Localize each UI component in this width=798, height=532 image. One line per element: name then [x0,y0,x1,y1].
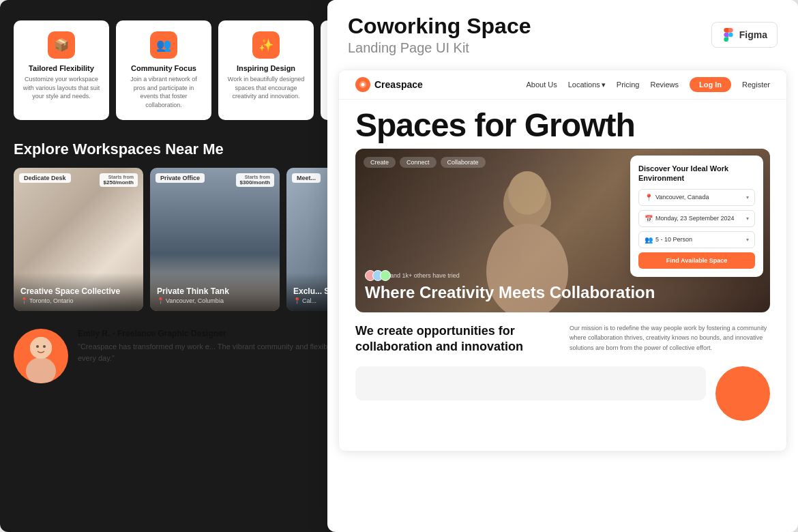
find-space-button[interactable]: Find Available Space [638,252,755,269]
brand-title: Coworking Space [348,14,531,39]
svg-point-2 [30,337,52,359]
nav-locations[interactable]: Locations ▾ [568,80,606,89]
avatar-illustration [14,329,68,383]
mission-desc: Our mission is to redefine the way peopl… [570,323,770,353]
hero-tag-create: Create [364,157,396,168]
feature-card-desc-3: Work in beautifully designed spaces that… [226,75,306,101]
testimonial-avatar [14,329,68,383]
location-text-1: Toronto, Ontario [29,297,74,304]
person-chevron-icon: ▾ [746,237,749,243]
svg-point-4 [43,345,46,348]
location-field[interactable]: 📍 Vancouver, Canada ▾ [638,189,755,206]
person-value: 5 - 10 Person [655,236,692,243]
date-chevron-icon: ▾ [746,216,749,222]
landing-hero: Spaces for Growth Create Connect Collabo… [339,100,786,312]
feature-card-desc-1: Customize your workspace with various la… [22,75,101,101]
workspace-name-1: Creative Space Collective [20,286,136,296]
hero-bottom-text: and 1k+ others have tried Where Creativi… [365,270,655,301]
workspace-card-2[interactable]: Private Office Starts from $300/month Pr… [150,168,280,311]
workspace-tag-3: Meet... [292,173,321,183]
location-value: Vancouver, Canada [655,194,709,201]
hero-main-subtitle: Where Creativity Meets Collaboration [365,284,655,301]
price-value-2: $300/month [240,179,270,186]
hero-image-area: Create Connect Collaborate Discover Your… [355,149,770,312]
hero-title: Spaces for Growth [355,109,770,142]
brand-text-block: Coworking Space Landing Page UI Kit [348,14,531,56]
workspace-card-2-bottom: Private Think Tank 📍 Vancouver, Columbia [150,273,280,311]
flexibility-icon: 📦 [48,31,75,59]
discover-card: Discover Your Ideal Work Environment 📍 V… [630,156,763,277]
svg-point-6 [361,83,365,87]
mission-title: We create opportunities for collaboratio… [355,323,556,355]
nav-links: About Us Locations ▾ Pricing Reviews Log… [526,77,770,92]
feature-card-title-3: Inspiring Design [226,64,306,72]
brand-subtitle: Landing Page UI Kit [348,40,531,56]
figma-badge[interactable]: Figma [711,22,778,48]
price-label-2: Starts from [240,175,270,179]
location-chevron-icon: ▾ [746,194,749,201]
svg-point-3 [36,345,39,348]
svg-point-9 [508,171,546,215]
logo-text: Creaspace [374,79,423,90]
person-icon: 👥 [645,236,653,243]
right-panel: Coworking Space Landing Page UI Kit Figm… [327,0,798,532]
feature-card-desc-2: Join a vibrant network of pros and parti… [124,75,203,109]
nav-pricing[interactable]: Pricing [617,80,640,89]
nav-about[interactable]: About Us [526,80,557,89]
hero-tag-collaborate: Collaborate [441,157,486,168]
date-value: Monday, 23 September 2024 [655,215,734,222]
feature-card-community: 👥 Community Focus Join a vibrant network… [116,20,211,120]
workspace-location-2: 📍 Vancouver, Columbia [157,297,273,304]
decor-card-1 [355,366,706,400]
workspace-price-1: Starts from $250/month [100,173,138,187]
location-pin-icon: 📍 [645,194,653,201]
pin-icon-1: 📍 [20,297,28,304]
nav-reviews[interactable]: Reviews [650,80,679,89]
price-label-1: Starts from [104,175,134,179]
hero-avatars-label: and 1k+ others have tried [365,270,655,281]
location-text-2: Vancouver, Columbia [166,297,224,304]
login-button[interactable]: Log In [690,77,731,92]
calendar-icon: 📅 [645,215,653,222]
date-field[interactable]: 📅 Monday, 23 September 2024 ▾ [638,210,755,227]
pin-icon-3: 📍 [293,297,301,304]
workspace-name-2: Private Think Tank [157,286,273,296]
workspace-tag-1: Dedicate Desk [19,173,71,183]
pin-icon-2: 📍 [157,297,164,304]
mission-section: We create opportunities for collaboratio… [339,312,786,366]
chevron-down-icon: ▾ [602,80,606,89]
logo-svg [359,80,367,89]
hero-tags: Create Connect Collaborate [364,157,486,168]
workspace-location-1: 📍 Toronto, Ontario [20,297,136,304]
brand-bar: Coworking Space Landing Page UI Kit Figm… [327,0,798,70]
price-value-1: $250/month [104,179,134,186]
landing-nav: Creaspace About Us Locations ▾ Pricing R… [339,70,786,100]
workspace-card-1[interactable]: Dedicate Desk Starts from $250/month Cre… [14,168,143,311]
feature-card-flexibility: 📦 Tailored Flexibility Customize your wo… [14,20,109,120]
decor-orange-circle [715,366,770,421]
person-field[interactable]: 👥 5 - 10 Person ▾ [638,231,755,248]
design-icon: ✨ [252,31,280,59]
discover-title: Discover Your Ideal Work Environment [638,164,755,183]
feature-card-title-1: Tailored Flexibility [22,64,101,72]
logo-icon [355,77,370,92]
community-icon: 👥 [150,31,177,59]
avatar-3 [380,270,391,281]
hero-avatars [365,270,387,281]
feature-card-title-2: Community Focus [124,64,203,72]
svg-point-1 [26,357,56,383]
workspace-tag-2: Private Office [156,173,205,183]
figma-icon [722,28,735,42]
figma-label: Figma [739,29,767,40]
register-button[interactable]: Register [742,80,770,89]
hero-tag-connect: Connect [400,157,437,168]
landing-mockup: Creaspace About Us Locations ▾ Pricing R… [338,70,787,452]
workspace-price-2: Starts from $300/month [236,173,274,187]
feature-card-design: ✨ Inspiring Design Work in beautifully d… [218,20,314,120]
landing-logo: Creaspace [355,77,423,92]
location-text-3: Cal... [302,297,316,304]
workspace-card-1-bottom: Creative Space Collective 📍 Toronto, Ont… [14,273,143,311]
bottom-decor [339,366,786,421]
